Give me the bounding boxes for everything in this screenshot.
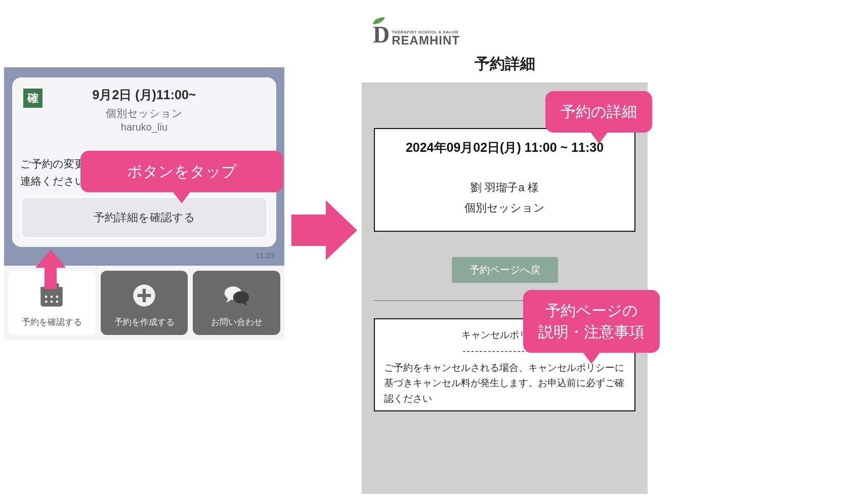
transition-arrow-icon	[291, 197, 357, 263]
confirm-badge: 確	[23, 89, 42, 108]
reservation-detail-page: D THERAPIST SCHOOL & SALON REAMHINT 予約詳細…	[362, 10, 648, 494]
reservation-type: 個別セッション	[20, 106, 268, 120]
service-name: 個別セッション	[380, 200, 629, 216]
callout-text: 予約ページの 説明・注意事項	[538, 302, 645, 340]
line-chat-screenshot: 確 9月2日 (月)11:00~ 個別セッション haruko_liu ご予約の…	[4, 67, 284, 340]
pointer-arrow-icon	[35, 249, 66, 289]
page-header: D THERAPIST SCHOOL & SALON REAMHINT 予約詳細	[362, 10, 648, 82]
svg-rect-12	[138, 294, 151, 297]
callout-page-notes: 予約ページの 説明・注意事項	[523, 290, 660, 353]
callout-text: ボタンをタップ	[127, 163, 237, 180]
page-title: 予約詳細	[373, 54, 636, 74]
svg-point-14	[233, 291, 248, 304]
chat-bubbles-icon	[219, 280, 254, 311]
svg-point-8	[51, 301, 53, 303]
logo-letter-d: D	[373, 23, 390, 47]
svg-point-9	[56, 301, 59, 303]
tab-create-reservation[interactable]: 予約を作成する	[101, 271, 188, 335]
logo-text: REAMHINT	[392, 34, 460, 47]
svg-marker-16	[291, 200, 357, 260]
callout-tail-icon	[582, 352, 601, 364]
reservation-date-title: 9月2日 (月)11:00~	[20, 87, 268, 103]
reservation-username: haruko_liu	[20, 121, 268, 133]
svg-point-6	[56, 296, 59, 298]
svg-point-4	[45, 296, 48, 298]
leaf-icon	[372, 16, 386, 25]
back-to-reservation-button[interactable]: 予約ページへ戻	[452, 257, 558, 283]
callout-text: 予約の詳細	[561, 103, 637, 120]
tab-contact[interactable]: お問い合わせ	[193, 271, 280, 335]
customer-name: 劉 羽瑠子a 様	[380, 180, 629, 195]
svg-point-5	[51, 296, 53, 298]
svg-marker-15	[35, 249, 66, 289]
callout-tail-icon	[590, 132, 608, 144]
callout-tail-icon	[173, 191, 191, 203]
dreamhint-logo: D THERAPIST SCHOOL & SALON REAMHINT	[373, 23, 636, 47]
view-reservation-detail-button[interactable]: 予約詳細を確認する	[20, 196, 268, 239]
callout-reservation-detail: 予約の詳細	[545, 91, 652, 133]
plus-circle-icon	[126, 280, 162, 311]
svg-point-7	[45, 301, 48, 303]
policy-body: ご予約をキャンセルされる場合、キャンセルポリシーに基づきキャンセル料が発生します…	[384, 360, 625, 406]
tab-label: 予約を作成する	[114, 316, 175, 328]
callout-tap-button: ボタンをタップ	[80, 151, 283, 192]
tab-label: お問い合わせ	[211, 316, 263, 328]
tab-label: 予約を確認する	[22, 316, 82, 328]
